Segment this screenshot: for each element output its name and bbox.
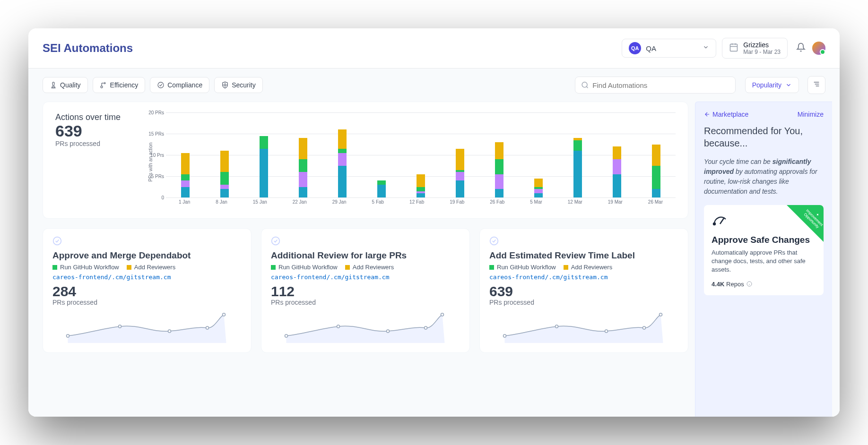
sort-selector[interactable]: Popularity: [745, 77, 799, 93]
bar: [220, 151, 229, 197]
recommendation-text: Your cycle time can be significantly imp…: [704, 157, 824, 197]
svg-point-29: [643, 326, 646, 329]
minimize-link[interactable]: Minimize: [798, 111, 824, 118]
sort-order-button[interactable]: [807, 76, 825, 94]
filter-compliance[interactable]: Compliance: [150, 77, 209, 93]
arrow-left-icon: [704, 111, 711, 118]
svg-point-17: [206, 326, 209, 329]
card-title: Approve and Merge Dependabot: [52, 250, 242, 261]
recommendation-card[interactable]: ✦ImprovementOpportunity Approve Safe Cha…: [704, 205, 824, 295]
xtick: 29 Jan: [332, 199, 347, 205]
bar: [417, 174, 425, 198]
filter-quality[interactable]: Quality: [43, 77, 88, 93]
automation-card[interactable]: Add Estimated Review Time Label Run GitH…: [479, 228, 688, 353]
card-sub: PRs processed: [489, 299, 678, 306]
bar: [534, 179, 543, 198]
ytick: 20 PRs: [148, 110, 164, 115]
svg-point-23: [425, 326, 427, 329]
bar: [377, 180, 386, 197]
bar: [181, 153, 190, 198]
bar: [260, 136, 268, 198]
bar: [573, 138, 582, 197]
xtick: 19 Fab: [450, 199, 464, 205]
svg-point-14: [67, 334, 69, 337]
code-path: careos-frontend/.cm/gitstream.cm: [489, 274, 678, 281]
svg-point-22: [387, 330, 390, 333]
chart-value: 639: [55, 122, 136, 140]
team-name: Grizzlies: [743, 41, 781, 49]
automation-card[interactable]: Additional Review for large PRs Run GitH…: [261, 228, 470, 353]
bar: [495, 142, 503, 197]
ytick: 0: [161, 195, 164, 200]
xtick: 22 Jan: [293, 199, 307, 205]
notifications-button[interactable]: [796, 43, 806, 54]
avatar[interactable]: [812, 42, 825, 55]
xtick: 5 Fab: [372, 199, 384, 205]
card-value: 639: [489, 284, 678, 299]
recommendation-heading: Recommended for You, because...: [704, 125, 824, 149]
card-value: 284: [52, 284, 242, 299]
workspace-selector[interactable]: QA QA: [622, 39, 716, 58]
chevron-down-icon: [785, 82, 792, 88]
svg-line-9: [586, 86, 588, 88]
xtick: 12 Fab: [409, 199, 424, 205]
rec-card-stats: 4.4K Repos: [712, 281, 816, 288]
check-circle-icon: [489, 236, 499, 246]
svg-point-27: [556, 325, 558, 328]
filter-efficiency[interactable]: Efficiency: [93, 77, 146, 93]
main-column: Actions over time 639 PRs processed PRs …: [28, 102, 695, 417]
svg-point-4: [101, 86, 103, 88]
search-field[interactable]: [592, 81, 729, 89]
date-range-text: Mar 9 - Mar 23: [743, 49, 781, 55]
bar: [338, 129, 347, 197]
automation-card[interactable]: Approve and Merge Dependabot Run GitHub …: [43, 228, 252, 353]
page-title: SEI Automations: [43, 42, 133, 55]
check-badge-icon: [157, 81, 165, 89]
date-range-picker[interactable]: Grizzlies Mar 9 - Mar 23: [722, 38, 788, 59]
svg-point-24: [441, 313, 444, 316]
code-path: careos-frontend/.cm/gitstream.cm: [52, 274, 242, 281]
xtick: 8 Jan: [216, 199, 227, 205]
svg-point-13: [53, 237, 61, 245]
card-sub: PRs processed: [271, 299, 460, 306]
filter-security[interactable]: Security: [214, 77, 263, 93]
xtick: 12 Mar: [568, 199, 582, 205]
ytick: 5 PRs: [151, 174, 164, 179]
rec-card-desc: Automatically approve PRs that change do…: [712, 248, 816, 274]
bar: [456, 149, 464, 198]
toolbar: Quality Efficiency Compliance Security P…: [28, 68, 840, 102]
bar: [299, 138, 307, 197]
stamp-icon: [50, 81, 57, 89]
xtick: 26 Mar: [648, 199, 663, 205]
bar: [652, 145, 660, 198]
workspace-label: QA: [646, 44, 703, 52]
card-value: 112: [271, 284, 460, 299]
sidebar: Marketplace Minimize Recommended for You…: [695, 102, 832, 417]
svg-point-20: [285, 334, 288, 337]
search-input[interactable]: [575, 77, 736, 94]
card-title: Additional Review for large PRs: [271, 250, 460, 261]
marketplace-link[interactable]: Marketplace: [704, 111, 748, 118]
info-icon: [746, 281, 752, 287]
svg-point-18: [223, 313, 226, 316]
svg-point-5: [158, 82, 164, 88]
app-window: SEI Automations QA QA Grizzlies Mar 9 - …: [28, 28, 840, 417]
xtick: 19 Mar: [608, 199, 623, 205]
xtick: 15 Jan: [253, 199, 267, 205]
body: Quality Efficiency Compliance Security P…: [28, 68, 840, 417]
xtick: 26 Fab: [490, 199, 504, 205]
sort-desc-icon: [813, 80, 820, 88]
svg-point-16: [168, 330, 171, 333]
cards-row: Approve and Merge Dependabot Run GitHub …: [43, 228, 688, 353]
svg-point-30: [660, 313, 662, 316]
svg-line-33: [720, 218, 724, 224]
svg-point-8: [582, 82, 587, 87]
sparkline: [489, 310, 678, 343]
svg-point-26: [503, 334, 506, 337]
bar: [613, 146, 621, 197]
chevron-down-icon: [703, 44, 709, 52]
calendar-icon: [729, 43, 738, 54]
chart-sub: PRs processed: [55, 140, 136, 147]
svg-point-15: [119, 325, 122, 328]
workspace-badge: QA: [629, 42, 641, 54]
